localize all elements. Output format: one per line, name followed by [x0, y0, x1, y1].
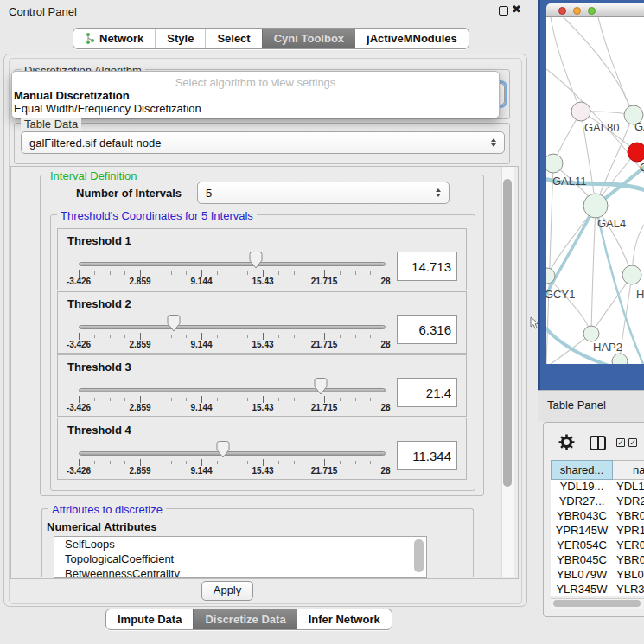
tab-discretize-data[interactable]: Discretize Data	[193, 609, 296, 629]
threshold-4-tick-labels: -3.4262.8599.14415.4321.71528	[79, 466, 386, 476]
cyni-mode-tabs: Impute Data Discretize Data Infer Networ…	[105, 609, 392, 630]
attribute-item[interactable]: SelfLoops	[54, 537, 426, 552]
attribute-item[interactable]: TopologicalCoefficient	[54, 552, 426, 566]
attributes-list[interactable]: SelfLoopsTopologicalCoefficientBetweenne…	[54, 536, 427, 578]
threshold-1-row: Threshold 1 -3.4262.8599.14415.4321.7152…	[57, 228, 467, 290]
interval-definition-label: Interval Definition	[47, 169, 140, 182]
network-node[interactable]	[583, 326, 599, 341]
combo-arrows-icon	[436, 188, 441, 197]
threshold-3-label: Threshold 3	[67, 360, 131, 373]
table-hscrollbar-thumb[interactable]	[553, 600, 641, 607]
table-row[interactable]: YBR045CYBR04	[551, 553, 644, 568]
threshold-3-row: Threshold 3 -3.4262.8599.14415.4321.7152…	[57, 354, 467, 417]
split-pane-icon[interactable]	[590, 436, 606, 450]
table-data-selected-value: galFiltered.sif default node	[29, 137, 161, 150]
network-node-label: H	[636, 288, 644, 301]
column-header-shared-name[interactable]: shared...	[551, 460, 613, 480]
threshold-1-label: Threshold 1	[67, 234, 131, 247]
algorithm-dropdown-popup: Select algorithm to view settings Manual…	[11, 71, 500, 118]
threshold-1-slider-thumb[interactable]	[249, 252, 263, 269]
threshold-3-slider-thumb[interactable]	[314, 378, 328, 395]
num-intervals-value: 5	[206, 187, 212, 200]
attributes-list-scrollbar[interactable]	[414, 539, 424, 572]
network-node[interactable]	[628, 143, 644, 162]
tab-style[interactable]: Style	[155, 29, 205, 48]
threshold-2-row: Threshold 2 -3.4262.8599.14415.4321.7152…	[57, 291, 467, 354]
network-icon	[85, 32, 95, 45]
threshold-2-label: Threshold 2	[67, 297, 131, 310]
control-panel-tabs: Network Style Select Cyni Toolbox jActiv…	[73, 28, 469, 49]
threshold-2-tick-labels: -3.4262.8599.14415.4321.71528	[79, 340, 386, 350]
table-row[interactable]: YDR27...YDR27	[551, 494, 644, 509]
window-close-button[interactable]	[558, 7, 566, 15]
network-node[interactable]	[571, 102, 590, 121]
gear-icon[interactable]	[558, 434, 575, 450]
table-row[interactable]: YER054CYER05	[551, 539, 644, 553]
apply-button[interactable]: Apply	[201, 581, 253, 601]
table-row[interactable]: YBL079WYBL07	[551, 568, 644, 583]
combo-arrows-icon	[491, 138, 496, 147]
threshold-3-tick-labels: -3.4262.8599.14415.4321.71528	[79, 403, 386, 413]
node-table: shared... name YDL19...YDL19YDR27...YDR2…	[551, 460, 644, 596]
attribute-item[interactable]: BetweennessCentrality	[54, 566, 426, 578]
table-row[interactable]: YPR145WYPR14	[551, 524, 644, 539]
threshold-4-slider-track[interactable]	[79, 451, 386, 456]
network-node-label: HAP2	[593, 341, 622, 354]
attributes-group-label: Attributes to discretize	[48, 503, 166, 516]
table-row[interactable]: YDL19...YDL19	[551, 480, 644, 494]
network-window-titlebar[interactable]	[546, 3, 644, 17]
window-minimize-button[interactable]	[573, 7, 581, 15]
threshold-1-slider-track[interactable]	[79, 262, 386, 266]
thresholds-group-label: Threshold's Coordinates for 5 Intervals	[57, 209, 257, 222]
network-node[interactable]	[583, 194, 608, 218]
table-row[interactable]: YLR345WYLR34	[551, 583, 644, 596]
settings-scrollbar-thumb[interactable]	[503, 179, 512, 487]
num-intervals-combobox[interactable]: 5	[197, 182, 450, 204]
network-edges	[546, 17, 644, 364]
tab-select[interactable]: Select	[205, 29, 261, 48]
network-canvas[interactable]: GAL80GALCGAL11GAL4GCY1HHAP2	[546, 17, 644, 364]
tab-infer-network[interactable]: Infer Network	[297, 609, 392, 629]
tab-jactivemnodules[interactable]: jActiveMNodules	[355, 29, 469, 48]
dropdown-option-equal-width[interactable]: Equal Width/Frequency Discretization	[12, 102, 499, 115]
network-node[interactable]	[546, 154, 563, 173]
close-icon[interactable]: ✖	[512, 3, 521, 16]
threshold-4-value-field[interactable]: 11.344	[397, 441, 457, 470]
column-header-name[interactable]: name	[613, 460, 644, 480]
checkbox-icon[interactable]: ✓	[616, 438, 625, 447]
threshold-4-slider-thumb[interactable]	[216, 441, 230, 458]
table-row[interactable]: YBR043CYBR04	[551, 509, 644, 524]
threshold-2-slider-track[interactable]	[79, 325, 386, 329]
table-panel-title: Table Panel	[547, 399, 606, 411]
network-node-label: C	[640, 161, 644, 174]
network-node[interactable]	[622, 265, 641, 284]
threshold-4-row: Threshold 4 -3.4262.8599.14415.4321.7152…	[57, 418, 467, 480]
tab-impute-data[interactable]: Impute Data	[106, 609, 193, 629]
threshold-3-value-field[interactable]: 21.4	[397, 378, 457, 407]
tab-network[interactable]: Network	[73, 29, 155, 48]
table-data-group-label: Table Data	[21, 118, 81, 131]
dropdown-placeholder-item[interactable]: Select algorithm to view settings	[12, 76, 499, 89]
screen: { "window": { "title": "Control Panel" }…	[0, 0, 644, 644]
tab-cyni-toolbox[interactable]: Cyni Toolbox	[262, 29, 355, 48]
num-intervals-label: Number of Intervals	[76, 187, 182, 200]
network-node-label: GAL80	[584, 121, 619, 134]
panel-title: Control Panel	[9, 5, 77, 18]
network-node-label: GAL4	[597, 217, 626, 230]
tab-network-label: Network	[99, 32, 143, 45]
threshold-3-slider-track[interactable]	[79, 388, 386, 392]
threshold-2-slider-thumb[interactable]	[167, 315, 181, 332]
window-zoom-button[interactable]	[588, 7, 596, 15]
network-node[interactable]	[612, 354, 628, 364]
threshold-1-value-field[interactable]: 14.713	[397, 252, 457, 281]
threshold-1-tick-labels: -3.4262.8599.14415.4321.71528	[79, 277, 386, 287]
threshold-2-value-field[interactable]: 6.316	[397, 315, 457, 344]
threshold-4-label: Threshold 4	[67, 424, 131, 437]
table-data-combobox[interactable]: galFiltered.sif default node	[21, 131, 505, 154]
network-node-label: GAL11	[552, 175, 587, 188]
float-icon[interactable]	[499, 6, 508, 16]
checkbox-icon[interactable]: ✓	[628, 438, 637, 447]
network-node-label: GAL	[634, 120, 644, 133]
dropdown-option-manual[interactable]: Manual Discretization	[12, 89, 499, 102]
network-node-label: GCY1	[546, 288, 575, 301]
